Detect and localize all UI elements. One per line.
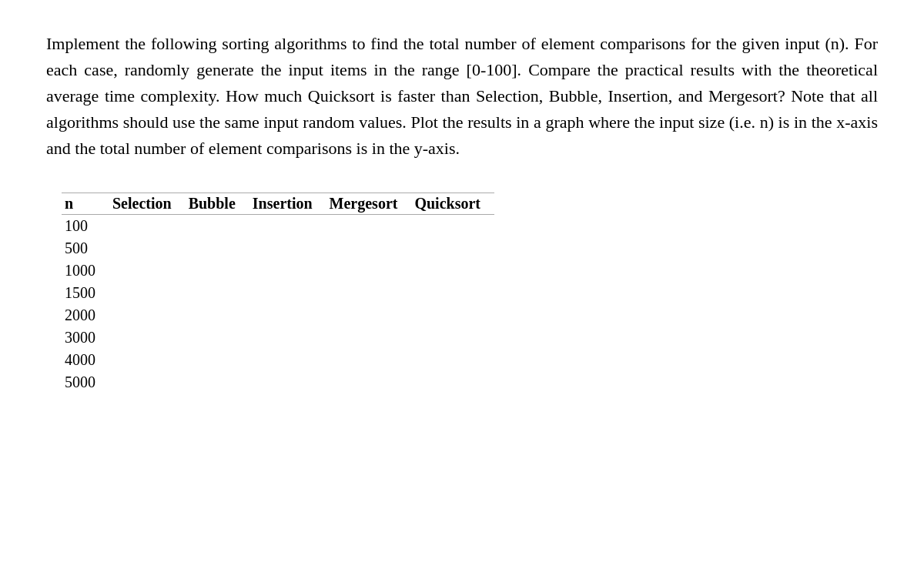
main-content: Implement the following sorting algorith… [46,31,878,393]
table-cell-value [411,215,494,238]
col-quicksort: Quicksort [411,193,494,215]
table-cell-value [109,282,186,304]
table-cell-n: 1500 [62,282,109,304]
table-cell-n: 1000 [62,260,109,282]
table-cell-value [326,260,412,282]
table-cell-value [411,371,494,393]
table-cell-value [249,304,326,326]
table-row: 5000 [62,371,494,393]
table-cell-value [326,215,412,238]
table-cell-value [249,349,326,371]
table-row: 4000 [62,349,494,371]
table-cell-value [326,237,412,260]
table-row: 2000 [62,304,494,326]
table-cell-value [249,326,326,349]
table-cell-value [109,371,186,393]
table-cell-value [249,215,326,238]
description-paragraph: Implement the following sorting algorith… [46,31,878,162]
col-bubble: Bubble [186,193,249,215]
table-cell-value [186,282,249,304]
col-n: n [62,193,109,215]
table-row: 3000 [62,326,494,349]
table-cell-value [109,260,186,282]
table-cell-value [326,304,412,326]
table-cell-value [109,237,186,260]
table-cell-value [411,237,494,260]
table-row: 100 [62,215,494,238]
table-header-row: n Selection Bubble Insertion Mergesort Q… [62,193,494,215]
table-row: 1500 [62,282,494,304]
table-cell-n: 5000 [62,371,109,393]
table-cell-value [186,237,249,260]
table-cell-value [186,304,249,326]
table-cell-value [186,326,249,349]
table-cell-n: 500 [62,237,109,260]
table-cell-value [326,349,412,371]
col-mergesort: Mergesort [326,193,412,215]
table-cell-value [326,371,412,393]
table-cell-value [326,326,412,349]
table-cell-value [411,260,494,282]
table-cell-value [186,371,249,393]
table-cell-value [411,304,494,326]
table-cell-value [186,260,249,282]
table-cell-n: 2000 [62,304,109,326]
table-cell-value [411,326,494,349]
results-table: n Selection Bubble Insertion Mergesort Q… [62,193,494,393]
table-cell-value [411,349,494,371]
table-cell-value [109,326,186,349]
table-cell-value [249,237,326,260]
table-cell-n: 3000 [62,326,109,349]
table-cell-value [186,349,249,371]
table-row: 500 [62,237,494,260]
table-cell-n: 100 [62,215,109,238]
col-insertion: Insertion [249,193,326,215]
table-cell-value [249,282,326,304]
table-cell-value [411,282,494,304]
col-selection: Selection [109,193,186,215]
table-cell-value [109,215,186,238]
table-cell-value [109,304,186,326]
table-cell-value [186,215,249,238]
table-cell-n: 4000 [62,349,109,371]
results-table-container: n Selection Bubble Insertion Mergesort Q… [62,193,878,393]
table-cell-value [249,371,326,393]
table-cell-value [109,349,186,371]
table-cell-value [326,282,412,304]
table-row: 1000 [62,260,494,282]
table-cell-value [249,260,326,282]
